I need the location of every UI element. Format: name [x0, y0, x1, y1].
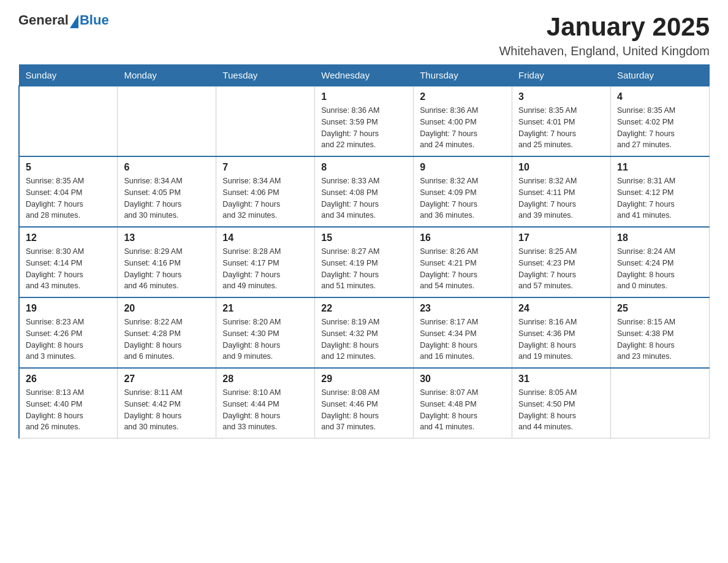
calendar-cell: 6Sunrise: 8:34 AMSunset: 4:05 PMDaylight… [118, 156, 216, 227]
day-info: Sunrise: 8:10 AMSunset: 4:44 PMDaylight:… [222, 387, 308, 433]
day-info: Sunrise: 8:19 AMSunset: 4:32 PMDaylight:… [321, 316, 407, 362]
calendar-week-row: 26Sunrise: 8:13 AMSunset: 4:40 PMDayligh… [19, 368, 710, 439]
day-info: Sunrise: 8:23 AMSunset: 4:26 PMDaylight:… [26, 316, 111, 362]
logo-triangle-icon [70, 15, 78, 28]
calendar-body: 1Sunrise: 8:36 AMSunset: 3:59 PMDaylight… [19, 86, 710, 439]
calendar-cell [611, 368, 710, 439]
logo-general-text: General [18, 12, 69, 28]
calendar-cell [118, 86, 216, 156]
calendar-week-row: 1Sunrise: 8:36 AMSunset: 3:59 PMDaylight… [19, 86, 710, 156]
day-info: Sunrise: 8:24 AMSunset: 4:24 PMDaylight:… [617, 246, 703, 292]
day-info: Sunrise: 8:32 AMSunset: 4:11 PMDaylight:… [518, 175, 604, 221]
calendar-cell: 14Sunrise: 8:28 AMSunset: 4:17 PMDayligh… [216, 227, 315, 297]
calendar-cell: 10Sunrise: 8:32 AMSunset: 4:11 PMDayligh… [512, 156, 611, 227]
day-info: Sunrise: 8:34 AMSunset: 4:05 PMDaylight:… [124, 175, 210, 221]
day-number: 19 [26, 303, 111, 314]
day-info: Sunrise: 8:29 AMSunset: 4:16 PMDaylight:… [124, 246, 210, 292]
day-info: Sunrise: 8:35 AMSunset: 4:04 PMDaylight:… [26, 175, 111, 221]
day-info: Sunrise: 8:31 AMSunset: 4:12 PMDaylight:… [617, 175, 703, 221]
day-info: Sunrise: 8:34 AMSunset: 4:06 PMDaylight:… [222, 175, 308, 221]
calendar-cell [19, 86, 118, 156]
day-info: Sunrise: 8:28 AMSunset: 4:17 PMDaylight:… [222, 246, 308, 292]
calendar-cell: 20Sunrise: 8:22 AMSunset: 4:28 PMDayligh… [118, 297, 216, 368]
day-info: Sunrise: 8:36 AMSunset: 4:00 PMDaylight:… [420, 105, 506, 151]
calendar-cell: 15Sunrise: 8:27 AMSunset: 4:19 PMDayligh… [315, 227, 414, 297]
calendar-cell: 28Sunrise: 8:10 AMSunset: 4:44 PMDayligh… [216, 368, 315, 439]
day-number: 3 [518, 91, 604, 102]
calendar-week-row: 19Sunrise: 8:23 AMSunset: 4:26 PMDayligh… [19, 297, 710, 368]
calendar-cell [216, 86, 315, 156]
calendar-week-row: 5Sunrise: 8:35 AMSunset: 4:04 PMDaylight… [19, 156, 710, 227]
day-info: Sunrise: 8:32 AMSunset: 4:09 PMDaylight:… [420, 175, 506, 221]
weekday-header-saturday: Saturday [611, 65, 710, 86]
title-block: January 2025 Whitehaven, England, United… [499, 12, 710, 58]
day-info: Sunrise: 8:11 AMSunset: 4:42 PMDaylight:… [124, 387, 210, 433]
day-number: 10 [518, 162, 604, 173]
day-number: 29 [321, 373, 407, 385]
day-info: Sunrise: 8:30 AMSunset: 4:14 PMDaylight:… [26, 246, 111, 292]
calendar-cell: 1Sunrise: 8:36 AMSunset: 3:59 PMDaylight… [315, 86, 414, 156]
calendar-cell: 12Sunrise: 8:30 AMSunset: 4:14 PMDayligh… [19, 227, 118, 297]
day-number: 5 [26, 162, 111, 173]
day-info: Sunrise: 8:27 AMSunset: 4:19 PMDaylight:… [321, 246, 407, 292]
logo-blue-text: Blue [80, 12, 109, 28]
day-info: Sunrise: 8:15 AMSunset: 4:38 PMDaylight:… [617, 316, 703, 362]
day-number: 2 [420, 91, 506, 102]
calendar-cell: 5Sunrise: 8:35 AMSunset: 4:04 PMDaylight… [19, 156, 118, 227]
day-number: 1 [321, 91, 407, 102]
calendar-cell: 3Sunrise: 8:35 AMSunset: 4:01 PMDaylight… [512, 86, 611, 156]
day-info: Sunrise: 8:17 AMSunset: 4:34 PMDaylight:… [420, 316, 506, 362]
weekday-header-friday: Friday [512, 65, 611, 86]
day-number: 28 [222, 373, 308, 385]
calendar-cell: 13Sunrise: 8:29 AMSunset: 4:16 PMDayligh… [118, 227, 216, 297]
day-number: 18 [617, 232, 703, 243]
calendar-cell: 24Sunrise: 8:16 AMSunset: 4:36 PMDayligh… [512, 297, 611, 368]
calendar-cell: 27Sunrise: 8:11 AMSunset: 4:42 PMDayligh… [118, 368, 216, 439]
calendar-cell: 4Sunrise: 8:35 AMSunset: 4:02 PMDaylight… [611, 86, 710, 156]
calendar-cell: 25Sunrise: 8:15 AMSunset: 4:38 PMDayligh… [611, 297, 710, 368]
day-number: 13 [124, 232, 210, 243]
calendar-cell: 7Sunrise: 8:34 AMSunset: 4:06 PMDaylight… [216, 156, 315, 227]
calendar-table: SundayMondayTuesdayWednesdayThursdayFrid… [18, 64, 710, 439]
day-number: 16 [420, 232, 506, 243]
day-number: 25 [617, 303, 703, 314]
weekday-header-tuesday: Tuesday [216, 65, 315, 86]
day-number: 6 [124, 162, 210, 173]
day-info: Sunrise: 8:07 AMSunset: 4:48 PMDaylight:… [420, 387, 506, 433]
month-title: January 2025 [499, 12, 710, 42]
calendar-cell: 30Sunrise: 8:07 AMSunset: 4:48 PMDayligh… [414, 368, 512, 439]
day-info: Sunrise: 8:05 AMSunset: 4:50 PMDaylight:… [518, 387, 604, 433]
calendar-cell: 9Sunrise: 8:32 AMSunset: 4:09 PMDaylight… [414, 156, 512, 227]
calendar-cell: 26Sunrise: 8:13 AMSunset: 4:40 PMDayligh… [19, 368, 118, 439]
page-header: General Blue January 2025 Whitehaven, En… [18, 12, 710, 58]
day-info: Sunrise: 8:22 AMSunset: 4:28 PMDaylight:… [124, 316, 210, 362]
day-info: Sunrise: 8:20 AMSunset: 4:30 PMDaylight:… [222, 316, 308, 362]
day-number: 21 [222, 303, 308, 314]
day-info: Sunrise: 8:33 AMSunset: 4:08 PMDaylight:… [321, 175, 407, 221]
day-info: Sunrise: 8:13 AMSunset: 4:40 PMDaylight:… [26, 387, 111, 433]
day-number: 11 [617, 162, 703, 173]
day-number: 27 [124, 373, 210, 385]
calendar-cell: 8Sunrise: 8:33 AMSunset: 4:08 PMDaylight… [315, 156, 414, 227]
weekday-header-wednesday: Wednesday [315, 65, 414, 86]
weekday-header-sunday: Sunday [19, 65, 118, 86]
day-number: 14 [222, 232, 308, 243]
calendar-cell: 29Sunrise: 8:08 AMSunset: 4:46 PMDayligh… [315, 368, 414, 439]
calendar-cell: 19Sunrise: 8:23 AMSunset: 4:26 PMDayligh… [19, 297, 118, 368]
logo: General Blue [18, 12, 109, 28]
day-info: Sunrise: 8:26 AMSunset: 4:21 PMDaylight:… [420, 246, 506, 292]
calendar-cell: 22Sunrise: 8:19 AMSunset: 4:32 PMDayligh… [315, 297, 414, 368]
calendar-cell: 17Sunrise: 8:25 AMSunset: 4:23 PMDayligh… [512, 227, 611, 297]
day-info: Sunrise: 8:36 AMSunset: 3:59 PMDaylight:… [321, 105, 407, 151]
calendar-cell: 2Sunrise: 8:36 AMSunset: 4:00 PMDaylight… [414, 86, 512, 156]
day-number: 20 [124, 303, 210, 314]
calendar-cell: 11Sunrise: 8:31 AMSunset: 4:12 PMDayligh… [611, 156, 710, 227]
calendar-cell: 21Sunrise: 8:20 AMSunset: 4:30 PMDayligh… [216, 297, 315, 368]
day-number: 31 [518, 373, 604, 385]
day-info: Sunrise: 8:35 AMSunset: 4:02 PMDaylight:… [617, 105, 703, 151]
day-number: 8 [321, 162, 407, 173]
day-number: 26 [26, 373, 111, 385]
calendar-header: SundayMondayTuesdayWednesdayThursdayFrid… [19, 65, 710, 86]
day-info: Sunrise: 8:08 AMSunset: 4:46 PMDaylight:… [321, 387, 407, 433]
calendar-week-row: 12Sunrise: 8:30 AMSunset: 4:14 PMDayligh… [19, 227, 710, 297]
